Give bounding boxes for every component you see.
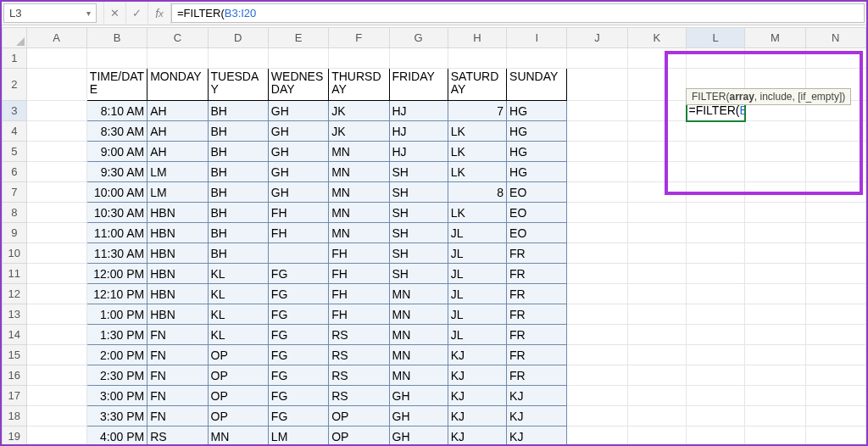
cell[interactable] [26, 182, 86, 203]
cell[interactable] [687, 325, 745, 345]
table-cell[interactable]: MN [208, 426, 268, 445]
table-cell[interactable]: MN [329, 203, 389, 223]
cell[interactable] [805, 386, 865, 406]
table-cell[interactable]: HJ [389, 142, 448, 162]
cell[interactable] [627, 304, 686, 325]
cell[interactable] [745, 284, 805, 304]
table-cell[interactable]: GH [389, 406, 448, 426]
table-cell[interactable]: 9:30 AM [86, 162, 147, 182]
row-header[interactable]: 19 [3, 426, 27, 445]
cell[interactable] [745, 182, 805, 203]
cell[interactable] [687, 386, 745, 406]
table-cell[interactable]: MN [389, 304, 448, 325]
accept-icon[interactable]: ✓ [125, 2, 147, 25]
table-cell[interactable]: KJ [448, 406, 506, 426]
table-cell[interactable]: 8 [448, 182, 506, 203]
row-header[interactable]: 4 [3, 121, 27, 142]
table-cell[interactable]: GH [268, 101, 328, 121]
cell[interactable] [745, 304, 805, 325]
table-cell[interactable]: FG [268, 284, 328, 304]
cell[interactable] [26, 406, 86, 426]
cell[interactable] [26, 203, 86, 223]
cell[interactable] [745, 142, 805, 162]
table-cell[interactable]: KJ [448, 386, 506, 406]
cell[interactable] [745, 162, 805, 182]
cell[interactable] [26, 48, 86, 69]
cell[interactable] [567, 386, 627, 406]
cell[interactable] [805, 365, 865, 386]
table-cell[interactable]: 11:00 AM [86, 223, 147, 243]
table-cell[interactable]: FR [507, 304, 567, 325]
cell[interactable] [745, 48, 805, 69]
table-cell[interactable]: RS [329, 345, 389, 365]
cell[interactable] [567, 182, 627, 203]
cell[interactable] [687, 203, 745, 223]
chevron-down-icon[interactable]: ▾ [81, 8, 96, 18]
table-cell[interactable]: BH [208, 121, 268, 142]
cell[interactable] [805, 182, 865, 203]
cell[interactable]: TUESDAY [208, 69, 268, 101]
table-cell[interactable]: BH [208, 223, 268, 243]
cell[interactable] [687, 48, 745, 69]
table-cell[interactable]: LK [448, 121, 506, 142]
cell[interactable] [567, 406, 627, 426]
cell[interactable] [627, 182, 686, 203]
table-cell[interactable]: FG [268, 304, 328, 325]
cell[interactable] [627, 142, 686, 162]
table-cell[interactable]: FG [268, 406, 328, 426]
cell[interactable] [687, 304, 745, 325]
table-cell[interactable]: HBN [147, 264, 208, 284]
table-cell[interactable]: LM [147, 162, 208, 182]
table-cell[interactable]: JL [448, 304, 506, 325]
table-cell[interactable]: MN [329, 223, 389, 243]
cell[interactable] [627, 101, 686, 121]
formula-input[interactable]: =FILTER(B3:I20 [171, 3, 865, 23]
column-header[interactable]: G [389, 28, 448, 48]
cell[interactable] [627, 386, 686, 406]
table-cell[interactable]: KL [208, 325, 268, 345]
table-cell[interactable]: 8:10 AM [86, 101, 147, 121]
row-header[interactable]: 10 [3, 243, 27, 264]
table-cell[interactable]: FN [147, 325, 208, 345]
row-header[interactable]: 11 [3, 264, 27, 284]
cell[interactable] [687, 426, 745, 445]
row-header[interactable]: 1 [3, 48, 27, 69]
cell[interactable] [567, 325, 627, 345]
cell[interactable] [745, 365, 805, 386]
cell[interactable]: WEDNESDAY [268, 69, 328, 101]
name-box[interactable]: L3 ▾ [3, 3, 97, 23]
table-cell[interactable]: BH [208, 101, 268, 121]
cell[interactable] [745, 264, 805, 284]
table-cell[interactable]: KL [208, 304, 268, 325]
cell[interactable] [448, 48, 506, 69]
table-cell[interactable]: FG [268, 264, 328, 284]
cell[interactable] [627, 345, 686, 365]
table-cell[interactable]: HBN [147, 243, 208, 264]
table-cell[interactable]: SH [389, 243, 448, 264]
table-cell[interactable]: 12:10 PM [86, 284, 147, 304]
table-cell[interactable]: HJ [389, 101, 448, 121]
cell[interactable] [687, 182, 745, 203]
table-cell[interactable]: OP [329, 406, 389, 426]
cell[interactable] [567, 162, 627, 182]
table-cell[interactable]: 1:00 PM [86, 304, 147, 325]
select-all-button[interactable] [3, 28, 27, 48]
cell[interactable] [627, 223, 686, 243]
cell[interactable] [26, 101, 86, 121]
table-cell[interactable]: FN [147, 345, 208, 365]
cell[interactable] [567, 243, 627, 264]
table-cell[interactable]: OP [208, 345, 268, 365]
column-header[interactable]: M [745, 28, 805, 48]
table-cell[interactable]: 3:00 PM [86, 386, 147, 406]
cell[interactable] [26, 345, 86, 365]
table-cell[interactable]: KL [208, 284, 268, 304]
row-header[interactable]: 2 [3, 69, 27, 101]
table-cell[interactable]: OP [208, 365, 268, 386]
cell[interactable] [26, 325, 86, 345]
table-cell[interactable]: HBN [147, 284, 208, 304]
cell[interactable] [26, 243, 86, 264]
table-cell[interactable]: 2:30 PM [86, 365, 147, 386]
table-cell[interactable]: SH [389, 203, 448, 223]
cell[interactable] [687, 406, 745, 426]
table-cell[interactable]: GH [268, 182, 328, 203]
